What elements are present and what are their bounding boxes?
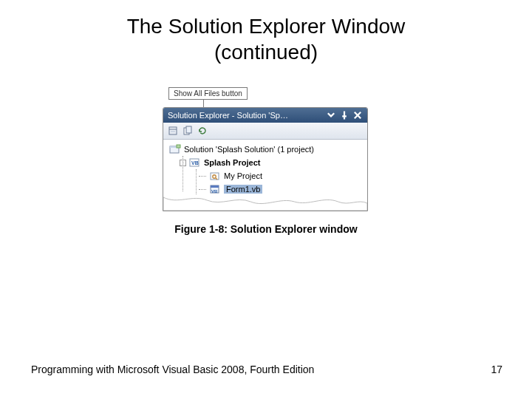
properties-button[interactable] — [166, 124, 180, 137]
callout-show-all-files: Show All Files button — [168, 87, 248, 100]
svg-rect-14 — [211, 185, 219, 188]
svg-rect-0 — [169, 127, 177, 134]
solution-tree: Solution 'Splash Solution' (1 project) -… — [163, 140, 367, 196]
svg-rect-4 — [186, 126, 191, 133]
pin-icon[interactable] — [339, 110, 349, 120]
vb-form-icon: VB — [209, 184, 221, 194]
myproject-label: My Project — [224, 171, 262, 180]
svg-text:VB: VB — [211, 189, 218, 194]
svg-text:VB: VB — [191, 160, 199, 166]
solution-explorer-titlebar[interactable]: Solution Explorer - Solution 'Sp… — [163, 108, 367, 123]
form-label: Form1.vb — [224, 185, 262, 194]
tree-node-solution[interactable]: Solution 'Splash Solution' (1 project) — [166, 143, 364, 156]
solution-explorer-toolbar — [163, 123, 367, 140]
vb-project-icon: VB — [189, 157, 201, 168]
panel-title: Solution Explorer - Solution 'Sp… — [168, 111, 323, 120]
project-label: Splash Project — [204, 158, 260, 167]
solution-icon — [169, 144, 181, 154]
title-line1: The Solution Explorer Window — [127, 15, 406, 38]
slide-title: The Solution Explorer Window (continued) — [0, 0, 532, 65]
page-number: 17 — [491, 364, 502, 375]
figure-caption: Figure 1-8: Solution Explorer window — [163, 223, 369, 235]
tree-node-project[interactable]: - VB Splash Project — [166, 156, 364, 169]
close-icon[interactable] — [352, 110, 363, 120]
footer-text: Programming with Microsoft Visual Basic … — [31, 364, 314, 375]
svg-rect-7 — [177, 145, 180, 148]
title-line2: (continued) — [214, 41, 318, 64]
window-position-icon[interactable] — [326, 110, 336, 120]
solution-explorer-window: Solution Explorer - Solution 'Sp… — [163, 107, 368, 211]
callout-leader-line — [203, 100, 369, 107]
solution-label: Solution 'Splash Solution' (1 project) — [184, 145, 314, 154]
my-project-icon — [209, 171, 221, 181]
figure-area: Show All Files button Solution Explorer … — [163, 86, 369, 235]
show-all-files-button[interactable] — [181, 124, 194, 137]
torn-edge — [163, 194, 367, 211]
refresh-button[interactable] — [196, 124, 209, 137]
